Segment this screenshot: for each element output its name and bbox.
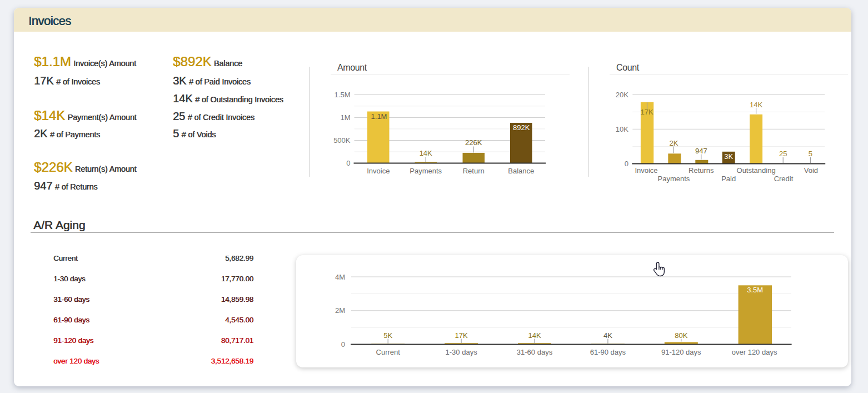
svg-text:Invoice: Invoice bbox=[367, 167, 390, 175]
svg-text:Return: Return bbox=[463, 167, 485, 175]
svg-text:Current: Current bbox=[376, 348, 401, 356]
svg-text:1M: 1M bbox=[340, 113, 350, 122]
svg-text:1-30 days: 1-30 days bbox=[446, 348, 478, 356]
svg-text:Void: Void bbox=[804, 166, 818, 175]
svg-text:1.1M: 1.1M bbox=[371, 112, 387, 121]
svg-text:947: 947 bbox=[695, 147, 707, 155]
svg-text:over 120 days: over 120 days bbox=[732, 348, 777, 356]
svg-text:Payments: Payments bbox=[657, 175, 690, 183]
svg-text:3.5M: 3.5M bbox=[747, 286, 763, 294]
svg-text:Credit: Credit bbox=[774, 175, 794, 183]
svg-text:Balance: Balance bbox=[508, 167, 534, 175]
svg-text:5: 5 bbox=[809, 150, 812, 158]
svg-text:0: 0 bbox=[341, 340, 345, 349]
svg-text:10K: 10K bbox=[616, 125, 628, 133]
svg-text:91-120 days: 91-120 days bbox=[661, 348, 701, 356]
svg-text:4K: 4K bbox=[603, 331, 612, 340]
svg-text:Outstanding: Outstanding bbox=[737, 166, 776, 175]
svg-text:Payments: Payments bbox=[410, 167, 442, 175]
svg-text:892K: 892K bbox=[513, 123, 530, 132]
svg-text:500K: 500K bbox=[333, 136, 351, 145]
svg-text:Invoice: Invoice bbox=[635, 166, 657, 175]
svg-text:20K: 20K bbox=[616, 91, 628, 99]
svg-text:14K: 14K bbox=[750, 101, 762, 109]
svg-text:2K: 2K bbox=[669, 139, 678, 147]
svg-text:80K: 80K bbox=[675, 331, 687, 340]
svg-text:226K: 226K bbox=[465, 138, 482, 147]
svg-text:31-60 days: 31-60 days bbox=[517, 348, 553, 356]
svg-text:14K: 14K bbox=[420, 149, 432, 157]
svg-text:14K: 14K bbox=[528, 331, 541, 340]
svg-text:17K: 17K bbox=[640, 108, 653, 116]
svg-text:Returns: Returns bbox=[689, 166, 714, 175]
svg-text:5K: 5K bbox=[383, 331, 392, 340]
svg-text:3K: 3K bbox=[724, 152, 733, 161]
svg-text:2M: 2M bbox=[335, 306, 345, 315]
svg-text:Paid: Paid bbox=[721, 175, 736, 183]
svg-text:0: 0 bbox=[346, 159, 350, 167]
svg-text:61-90 days: 61-90 days bbox=[590, 348, 626, 356]
svg-text:0: 0 bbox=[625, 160, 628, 168]
svg-text:17K: 17K bbox=[455, 331, 468, 340]
svg-text:1.5M: 1.5M bbox=[335, 91, 351, 99]
svg-text:4M: 4M bbox=[335, 273, 345, 281]
svg-text:25: 25 bbox=[779, 150, 787, 158]
